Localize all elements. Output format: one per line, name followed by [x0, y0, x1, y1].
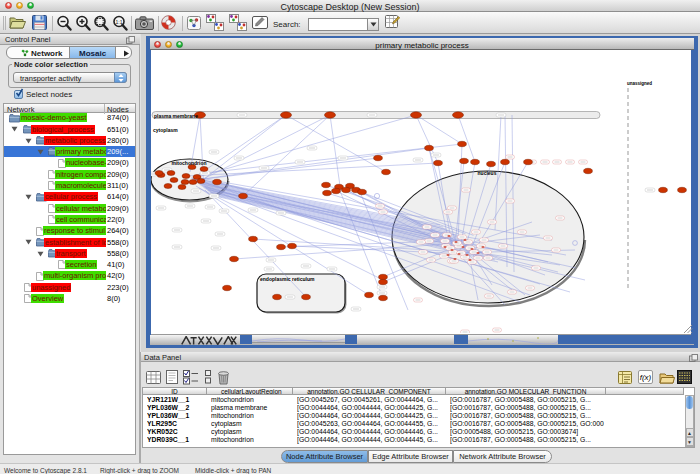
svg-text:plasma membrane: plasma membrane	[154, 113, 198, 119]
svg-text:1:1: 1:1	[116, 19, 123, 25]
svg-text:unassigned: unassigned	[627, 81, 652, 86]
svg-text:cytoplasm: cytoplasm	[153, 127, 178, 133]
svg-text:mitochondrion: mitochondrion	[172, 160, 207, 166]
svg-text:nucleus: nucleus	[478, 170, 497, 176]
svg-text:endoplasmic reticulum: endoplasmic reticulum	[260, 276, 315, 282]
